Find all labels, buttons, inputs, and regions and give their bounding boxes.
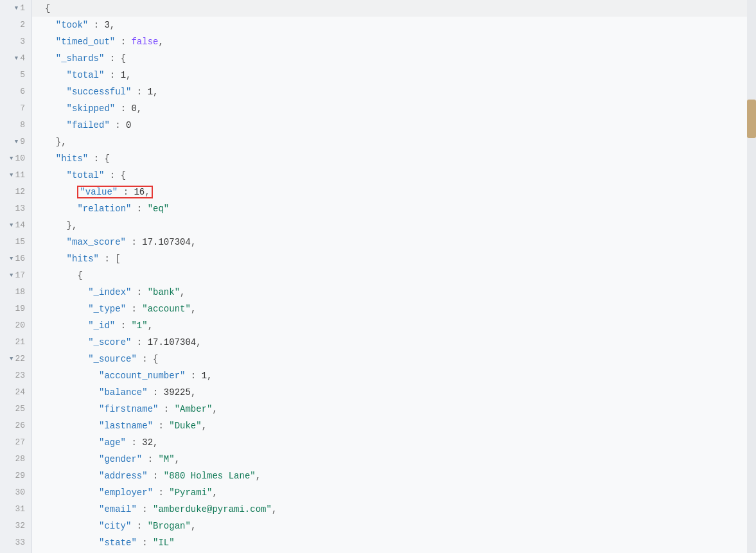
fold-arrow-icon[interactable]: ▼ [10, 150, 13, 167]
line-number: 26 [0, 417, 32, 434]
token: 32 [142, 437, 153, 448]
line: 5 "total" : 1, [0, 67, 756, 83]
token: "1" [131, 320, 147, 331]
token: "skipped" [67, 103, 116, 114]
fold-arrow-icon[interactable]: ▼ [15, 134, 18, 150]
line-content: "state" : "IL" [42, 534, 756, 551]
line-number: 15 [0, 234, 32, 250]
line-content: "took" : 3, [42, 17, 756, 33]
token: "value" [80, 187, 118, 197]
token: , [191, 237, 196, 247]
line-number: 2 [0, 17, 32, 33]
token: "880 Holmes Lane" [164, 471, 256, 481]
line: 20 "_id" : "1", [0, 317, 756, 334]
line-content: "balance" : 39225, [42, 384, 756, 401]
line-number: ▼1 [0, 0, 32, 17]
line: 23 "account_number" : 1, [0, 367, 756, 384]
token: , [137, 103, 142, 114]
token: }, [56, 137, 67, 147]
token: "state" [99, 538, 137, 548]
token: "gender" [99, 454, 142, 464]
token: : [88, 20, 104, 30]
fold-arrow-icon[interactable]: ▼ [10, 351, 13, 367]
token: : [131, 287, 147, 297]
line: 13 "relation" : "eq" [0, 200, 756, 217]
token: "eq" [148, 204, 170, 214]
line-number: ▼14 [0, 217, 32, 234]
token: : [115, 320, 131, 331]
token: , [191, 387, 196, 398]
token: 3 [104, 20, 109, 30]
line: 29 "address" : "880 Holmes Lane", [0, 468, 756, 484]
scrollbar[interactable] [747, 0, 756, 553]
line-container: ▼1{2 "took" : 3,3 "timed_out" : false,▼4… [0, 0, 756, 553]
fold-arrow-icon[interactable]: ▼ [10, 267, 13, 284]
line-number: 20 [0, 317, 32, 334]
token: : [126, 304, 142, 314]
token: , [158, 37, 163, 47]
token: : [148, 387, 164, 398]
token: { [77, 270, 82, 281]
line: ▼22 "_source" : { [0, 351, 756, 367]
line-number: ▼11 [0, 167, 32, 184]
token: "IL" [153, 538, 175, 548]
fold-arrow-icon[interactable]: ▼ [10, 217, 13, 234]
token: "successful" [67, 87, 132, 97]
token: "email" [99, 504, 137, 514]
token: 0 [126, 120, 131, 130]
line-number: 7 [0, 100, 32, 117]
token: "account_number" [99, 371, 185, 381]
line: 15 "max_score" : 17.107304, [0, 234, 756, 250]
line-number: ▼16 [0, 250, 32, 267]
line: ▼14 }, [0, 217, 756, 234]
token: "employer" [99, 487, 153, 498]
line: ▼1{ [0, 0, 756, 17]
token: "Amber" [175, 404, 213, 414]
fold-arrow-icon[interactable]: ▼ [10, 250, 13, 267]
token: : [ [99, 254, 121, 264]
line-number: ▼17 [0, 267, 32, 284]
token: : [104, 70, 120, 80]
token: "age" [99, 437, 126, 448]
token: : [158, 404, 174, 414]
line: 32 "city" : "Brogan", [0, 518, 756, 534]
line: 27 "age" : 32, [0, 434, 756, 451]
line-content: "value" : 16, [42, 184, 756, 200]
token: , [196, 337, 201, 347]
token: "address" [99, 471, 148, 481]
line-number: 8 [0, 117, 32, 134]
token: : { [104, 170, 126, 180]
line: 24 "balance" : 39225, [0, 384, 756, 401]
token: : [131, 521, 147, 531]
token: "lastname" [99, 421, 153, 431]
line-content: "account_number" : 1, [42, 367, 756, 384]
line-content: "_score" : 17.107304, [42, 334, 756, 351]
token: 16 [134, 187, 145, 197]
line-content: "gender" : "M", [42, 451, 756, 468]
token: , [191, 521, 196, 531]
token: "_score" [88, 337, 131, 347]
highlighted-value: "value" : 16, [77, 186, 152, 198]
fold-arrow-icon[interactable]: ▼ [15, 50, 18, 67]
line-content: }, [42, 134, 756, 150]
token: "M" [158, 454, 174, 464]
fold-arrow-icon[interactable]: ▼ [15, 0, 18, 17]
token: , [145, 187, 150, 197]
line-number: 32 [0, 518, 32, 534]
token: , [207, 371, 212, 381]
line: ▼10 "hits" : { [0, 150, 756, 167]
editor-container: ▼1{2 "took" : 3,3 "timed_out" : false,▼4… [0, 0, 756, 553]
line-content: "_source" : { [42, 351, 756, 367]
token: , [256, 471, 261, 481]
fold-arrow-icon[interactable]: ▼ [10, 167, 13, 184]
line-content: }, [42, 217, 756, 234]
line-content: "city" : "Brogan", [42, 518, 756, 534]
token: : [110, 120, 126, 130]
line-content: "hits" : [ [42, 250, 756, 267]
token: : [153, 487, 169, 498]
line-content: "lastname" : "Duke", [42, 417, 756, 434]
scrollbar-thumb[interactable] [747, 100, 756, 138]
line: ▼11 "total" : { [0, 167, 756, 184]
line: ▼16 "hits" : [ [0, 250, 756, 267]
line-content: "skipped" : 0, [42, 100, 756, 117]
